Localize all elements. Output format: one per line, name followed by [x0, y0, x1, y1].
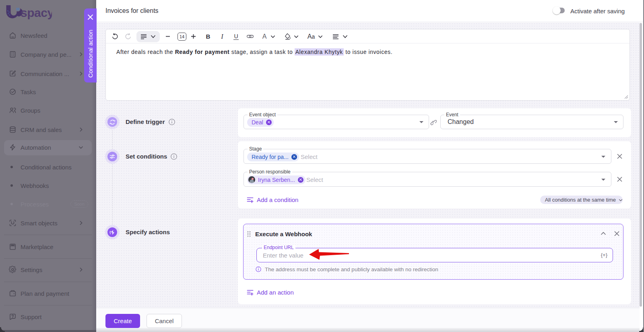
svg-text:spacy: spacy	[21, 6, 52, 19]
